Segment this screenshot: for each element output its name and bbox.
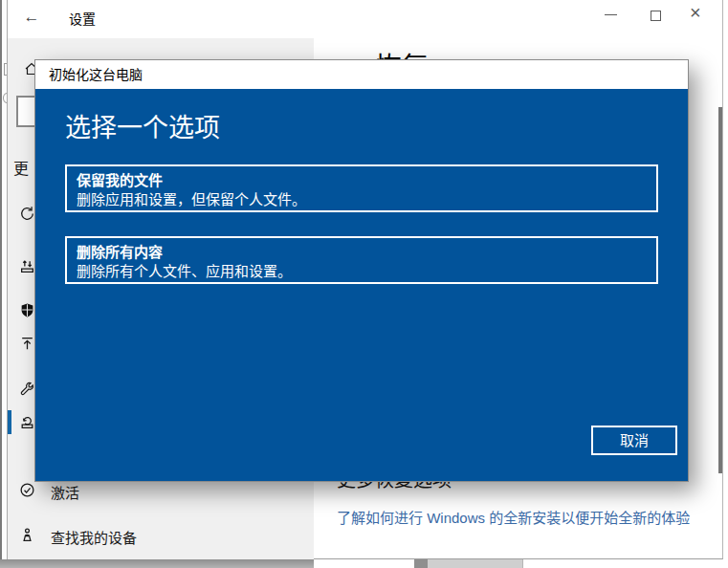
fresh-start-link[interactable]: 了解如何进行 Windows 的全新安装以便开始全新的体验 <box>337 507 690 527</box>
reset-dialog: 初始化这台电脑 选择一个选项 保留我的文件 删除应用和设置，但保留个人文件。 删… <box>34 59 689 482</box>
option-keep-my-files[interactable]: 保留我的文件 删除应用和设置，但保留个人文件。 <box>65 164 658 212</box>
dialog-heading: 选择一个选项 <box>65 107 220 144</box>
sync-icon[interactable] <box>19 206 35 222</box>
background-scroll-tab <box>414 559 428 568</box>
delivery-icon[interactable] <box>19 258 35 274</box>
close-button[interactable]: × <box>690 2 701 24</box>
person-pin-icon[interactable] <box>19 527 35 543</box>
minimize-button[interactable] <box>603 8 618 21</box>
option-description: 删除所有个人文件、应用和设置。 <box>77 262 647 281</box>
option-description: 删除应用和设置，但保留个人文件。 <box>77 190 647 209</box>
app-title: 设置 <box>69 9 96 28</box>
shield-icon[interactable] <box>19 302 35 318</box>
back-button[interactable]: ← <box>19 5 44 30</box>
sidebar-section-label: 更 <box>13 156 29 179</box>
upload-icon[interactable] <box>19 336 35 352</box>
background-window-edge <box>0 0 8 568</box>
dialog-body: 选择一个选项 保留我的文件 删除应用和设置，但保留个人文件。 删除所有内容 删除… <box>35 89 688 481</box>
maximize-button[interactable] <box>651 11 661 21</box>
option-remove-everything[interactable]: 删除所有内容 删除所有个人文件、应用和设置。 <box>65 236 658 284</box>
option-title: 删除所有内容 <box>77 243 647 262</box>
option-title: 保留我的文件 <box>77 171 647 190</box>
selected-item-indicator <box>8 410 11 434</box>
sidebar-item-activation[interactable]: 激活 <box>51 482 79 502</box>
dialog-title: 初始化这台电脑 <box>35 60 688 89</box>
minimize-icon <box>605 14 617 15</box>
scrollbar-thumb[interactable] <box>718 107 722 473</box>
wrench-icon[interactable] <box>19 381 35 397</box>
cancel-button[interactable]: 取消 <box>591 426 677 455</box>
recovery-icon[interactable] <box>19 414 35 430</box>
check-circle-icon[interactable] <box>19 482 35 498</box>
background-segment <box>428 559 523 568</box>
background-sidebar-strip <box>0 559 314 568</box>
background-window-bottom <box>0 559 728 568</box>
sidebar-item-find-my-device[interactable]: 查找我的设备 <box>51 527 137 547</box>
screen: ← 设置 × 更 激活 查找我的设备 恢复 更多恢复选项 了解如何进行 Wind… <box>0 0 728 568</box>
